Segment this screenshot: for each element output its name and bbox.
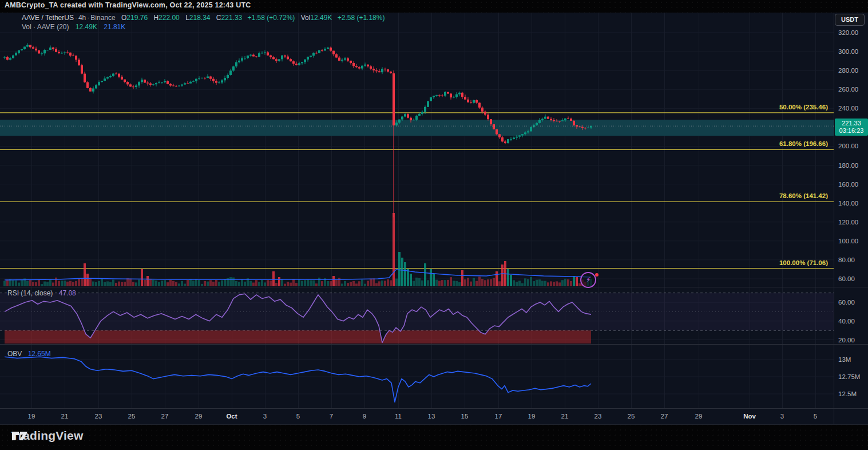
svg-text:13M: 13M	[838, 356, 851, 363]
svg-text:140.00: 140.00	[838, 200, 858, 207]
svg-text:160.00: 160.00	[838, 181, 858, 188]
close-label: C	[216, 14, 221, 22]
svg-text:320.00: 320.00	[838, 29, 858, 36]
fib-level-label: 78.60% (141.42)	[779, 192, 828, 199]
notification-dot	[595, 273, 599, 277]
svg-text:300.00: 300.00	[838, 48, 858, 55]
svg-text:Nov: Nov	[743, 413, 756, 420]
svg-text:5: 5	[814, 413, 817, 420]
svg-text:9: 9	[363, 413, 366, 420]
volume-change: +2.58 (+1.18%)	[338, 14, 385, 22]
svg-text:25: 25	[628, 413, 635, 420]
svg-text:19: 19	[528, 413, 536, 420]
svg-text:25: 25	[128, 413, 136, 420]
close-value: 221.33	[221, 14, 243, 22]
last-price-value: 221.33	[837, 120, 866, 127]
fib-level-label: 50.00% (235.46)	[779, 104, 828, 110]
low-value: 218.34	[189, 14, 211, 22]
svg-text:29: 29	[195, 413, 203, 420]
tradingview-screenshot: 320.00300.00280.00260.00240.00200.00180.…	[0, 0, 868, 450]
volume-value: 12.49K	[310, 14, 332, 22]
symbol-legend[interactable]: AAVE / TetherUS·4h·Binance O219.76 H222.…	[22, 14, 385, 22]
svg-text:7: 7	[330, 413, 333, 420]
svg-text:12.75M: 12.75M	[838, 373, 860, 380]
tradingview-mark-icon	[11, 429, 29, 443]
svg-text:23: 23	[95, 413, 102, 420]
svg-text:200.00: 200.00	[838, 143, 858, 149]
svg-text:240.00: 240.00	[838, 105, 858, 112]
svg-text:15: 15	[461, 413, 469, 420]
svg-text:20.00: 20.00	[838, 337, 855, 344]
watermark-title: AMBCrypto_TA created with TradingView.co…	[5, 1, 251, 9]
svg-text:60.00: 60.00	[838, 275, 855, 282]
open-label: O	[121, 14, 126, 22]
obv-label: OBV	[7, 350, 22, 358]
chart-canvas[interactable]: 320.00300.00280.00260.00240.00200.00180.…	[0, 0, 868, 450]
svg-text:5: 5	[296, 413, 300, 420]
svg-text:180.00: 180.00	[838, 162, 858, 169]
svg-text:3: 3	[780, 413, 784, 420]
open-value: 219.76	[126, 14, 148, 22]
tradingview-logo[interactable]: TradingView	[11, 429, 84, 443]
svg-text:19: 19	[28, 413, 35, 420]
bar-countdown: 03:16:23	[837, 127, 866, 135]
svg-text:60.00: 60.00	[838, 299, 855, 306]
obv-value: 12.65M	[28, 350, 51, 358]
obv-legend[interactable]: OBV 12.65M	[7, 350, 51, 358]
svg-text:13: 13	[428, 413, 435, 420]
svg-text:23: 23	[594, 413, 602, 420]
svg-text:12.5M: 12.5M	[838, 390, 857, 397]
volume-label: Vol	[301, 14, 311, 22]
rsi-label: RSI (14, close)	[7, 289, 53, 297]
volume-ma-legend[interactable]: Vol · AAVE (20) 12.49K 21.81K	[22, 23, 125, 31]
symbol-interval[interactable]: 4h	[78, 14, 86, 22]
high-label: H	[153, 14, 158, 22]
svg-text:40.00: 40.00	[838, 318, 855, 325]
last-price-badge: 221.33 03:16:23	[835, 119, 868, 136]
rsi-legend[interactable]: RSI (14, close) 47.08	[7, 289, 76, 297]
svg-text:29: 29	[695, 413, 703, 420]
symbol-name[interactable]: AAVE / TetherUS	[22, 14, 74, 22]
svg-text:21: 21	[561, 413, 569, 420]
svg-text:21: 21	[61, 413, 69, 420]
high-value: 222.00	[158, 14, 180, 22]
svg-text:80.00: 80.00	[838, 256, 855, 263]
fib-level-label: 100.00% (71.06)	[779, 259, 828, 266]
lightning-icon[interactable]: ⚡	[580, 272, 596, 288]
svg-text:17: 17	[495, 413, 502, 420]
volume-ma-value1: 12.49K	[76, 23, 97, 31]
currency-usdt-button[interactable]: USDT	[835, 14, 865, 26]
svg-text:260.00: 260.00	[838, 86, 858, 93]
svg-text:11: 11	[395, 413, 402, 420]
volume-ma-value2: 21.81K	[104, 23, 125, 31]
svg-text:280.00: 280.00	[838, 67, 858, 74]
svg-text:Oct: Oct	[226, 413, 237, 420]
symbol-exchange: Binance	[90, 14, 115, 22]
svg-text:3: 3	[263, 413, 267, 420]
change-value: +1.58 (+0.72%)	[248, 14, 295, 22]
low-label: L	[185, 14, 189, 22]
svg-text:100.00: 100.00	[838, 238, 858, 244]
svg-text:27: 27	[161, 413, 169, 420]
fib-level-label: 61.80% (196.66)	[779, 140, 828, 147]
rsi-value: 47.08	[59, 289, 76, 297]
svg-text:120.00: 120.00	[838, 219, 858, 226]
svg-text:27: 27	[661, 413, 668, 420]
volume-ma-label: Vol · AAVE (20)	[22, 23, 69, 31]
